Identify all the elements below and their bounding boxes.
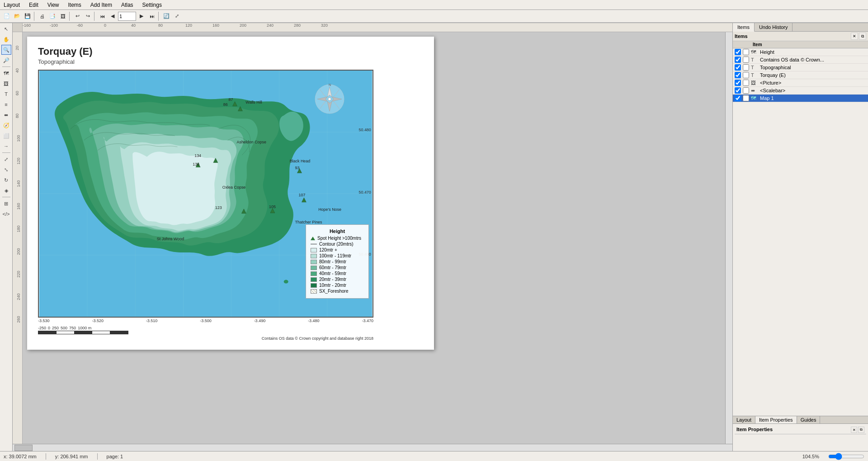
map-attribution: Contains OS data © Crown copyright and d… xyxy=(38,336,373,341)
atlas-page-input[interactable]: 1 xyxy=(118,12,136,21)
right-panel: Items Undo History Items ✕ ⧉ Item xyxy=(732,23,868,451)
items-check-scale[interactable] xyxy=(735,87,741,94)
items-check-torquay[interactable] xyxy=(735,72,741,78)
items-row-os-data[interactable]: T Contains OS data © Crown... xyxy=(733,56,868,64)
tab-layout[interactable]: Layout xyxy=(733,416,755,423)
items-row-scalebar[interactable]: ⬌ <Scalebar> xyxy=(733,87,868,95)
items-lock-height[interactable] xyxy=(743,49,749,55)
tool-add-legend[interactable]: ≡ xyxy=(1,100,11,109)
items-lock-scale[interactable] xyxy=(743,87,749,94)
items-lock-torquay[interactable] xyxy=(743,72,749,78)
tool-add-shape[interactable]: ⬜ xyxy=(1,131,11,141)
menu-add-item[interactable]: Add Item xyxy=(89,1,114,9)
atlas-prev-button[interactable]: ◀ xyxy=(108,11,118,21)
items-check-picture[interactable] xyxy=(735,80,741,86)
tool-add-arrow[interactable]: → xyxy=(1,141,11,151)
items-row-torquay[interactable]: T Torquay (E) xyxy=(733,71,868,79)
item-props-float[interactable]: ⧉ xyxy=(858,427,864,433)
items-lock-topo[interactable] xyxy=(743,64,749,71)
legend-contour-line xyxy=(311,244,317,244)
tab-guides[interactable]: Guides xyxy=(797,416,821,423)
items-check-height[interactable] xyxy=(735,49,741,55)
item-props-close[interactable]: ✕ xyxy=(851,427,857,433)
scrollbar-horizontal[interactable] xyxy=(13,444,732,451)
export-pdf-button[interactable]: 📑 xyxy=(47,11,57,21)
tool-node[interactable]: ◈ xyxy=(1,185,11,195)
main-area: ↖ ✋ 🔍 🔎 🗺 🖼 T ≡ ⬌ 🧭 ⬜ → ⤢ ⤡ ↻ ◈ ⊞ </> -1… xyxy=(0,23,868,451)
menu-edit[interactable]: Edit xyxy=(27,1,40,9)
svg-text:93: 93 xyxy=(295,166,300,170)
legend-40-label: 40mtr - 59mtr xyxy=(319,271,346,276)
items-check-os[interactable] xyxy=(735,57,741,63)
items-label-torquay: Torquay (E) xyxy=(760,72,866,78)
items-panel-close[interactable]: ✕ xyxy=(851,33,858,40)
tool-rotate[interactable]: ↻ xyxy=(1,175,11,185)
undo-button[interactable]: ↩ xyxy=(72,11,82,21)
tool-move[interactable]: ⤢ xyxy=(1,154,11,164)
sep3 xyxy=(94,12,96,21)
sep4 xyxy=(158,12,160,21)
tab-item-properties[interactable]: Item Properties xyxy=(755,416,797,423)
atlas-first-button[interactable]: ⏮ xyxy=(97,11,107,21)
legend-swatch-40 xyxy=(311,271,317,276)
items-lock-os[interactable] xyxy=(743,57,749,63)
tool-zoom-in[interactable]: 🔍 xyxy=(1,45,11,55)
status-x: x: 39.0072 mm xyxy=(4,454,37,459)
redo-button[interactable]: ↪ xyxy=(83,11,93,21)
legend-contour-label: Contour (20mtrs) xyxy=(319,242,354,247)
svg-text:134: 134 xyxy=(194,153,201,158)
menu-items[interactable]: Items xyxy=(66,1,83,9)
menu-atlas[interactable]: Atlas xyxy=(119,1,135,9)
items-row-map1[interactable]: 🗺 Map 1 xyxy=(733,95,868,102)
atlas-last-button[interactable]: ⏭ xyxy=(147,11,157,21)
svg-point-11 xyxy=(284,280,288,284)
item-props-controls: ✕ ⧉ xyxy=(851,427,864,433)
tool-pan[interactable]: ✋ xyxy=(1,34,11,44)
zoom-slider[interactable] xyxy=(828,453,864,460)
sep2 xyxy=(69,12,71,21)
print-button[interactable]: 🖨 xyxy=(37,11,47,21)
scale-label-0: -250 xyxy=(38,326,46,330)
tool-add-scalebar[interactable]: ⬌ xyxy=(1,110,11,120)
refresh-button[interactable]: 🔄 xyxy=(161,11,171,21)
scrollbar-vertical[interactable] xyxy=(725,32,732,444)
canvas-area[interactable]: Torquay (E) Topographical xyxy=(23,32,725,444)
x-coord-1: -3.520 xyxy=(92,318,104,323)
tool-add-picture[interactable]: 🖼 xyxy=(1,79,11,89)
tool-select[interactable]: ↖ xyxy=(1,24,11,34)
open-button[interactable]: 📂 xyxy=(12,11,22,21)
menu-settings[interactable]: Settings xyxy=(141,1,164,9)
export-img-button[interactable]: 🖼 xyxy=(58,11,68,21)
save-button[interactable]: 💾 xyxy=(23,11,33,21)
items-panel-float[interactable]: ⧉ xyxy=(859,33,866,40)
menu-view[interactable]: View xyxy=(46,1,61,9)
tool-table[interactable]: ⊞ xyxy=(1,199,11,209)
items-row-height[interactable]: 🗺 Height xyxy=(733,48,868,56)
items-check-topo[interactable] xyxy=(735,64,741,71)
tool-html[interactable]: </> xyxy=(1,209,11,219)
items-icon-scalebar: ⬌ xyxy=(751,88,758,94)
tool-add-label[interactable]: T xyxy=(1,89,11,99)
tool-resize[interactable]: ⤡ xyxy=(1,165,11,175)
menu-layout[interactable]: Layout xyxy=(2,1,22,9)
tool-zoom-out[interactable]: 🔎 xyxy=(1,55,11,65)
tool-add-map[interactable]: 🗺 xyxy=(1,68,11,78)
tab-undo-history[interactable]: Undo History xyxy=(755,23,793,31)
legend-swatch-100 xyxy=(311,254,317,258)
items-lock-picture[interactable] xyxy=(743,80,749,86)
new-button[interactable]: 📄 xyxy=(2,11,12,21)
zoom-full-button[interactable]: ⤢ xyxy=(172,11,182,21)
items-list: 🗺 Height T Contains OS data © Crown... T… xyxy=(733,48,868,416)
legend-120-label: 120mtr + xyxy=(319,247,337,252)
items-check-map1[interactable] xyxy=(735,95,741,101)
tool-add-north[interactable]: 🧭 xyxy=(1,120,11,130)
items-lock-map1[interactable] xyxy=(743,95,749,101)
legend-20-label: 20mtr - 39mtr xyxy=(319,277,346,282)
tab-items[interactable]: Items xyxy=(733,23,755,32)
svg-text:87: 87 xyxy=(229,97,233,102)
items-row-topographical[interactable]: T Topographical xyxy=(733,64,868,71)
atlas-next-button[interactable]: ▶ xyxy=(137,11,146,21)
map-container[interactable]: Walls Hill 87 86 Asheldon Copse Black He… xyxy=(38,70,373,318)
canvas-row: 20 40 60 80 100 120 140 160 180 200 220 … xyxy=(13,32,732,444)
items-row-picture[interactable]: 🖼 <Picture> xyxy=(733,79,868,87)
